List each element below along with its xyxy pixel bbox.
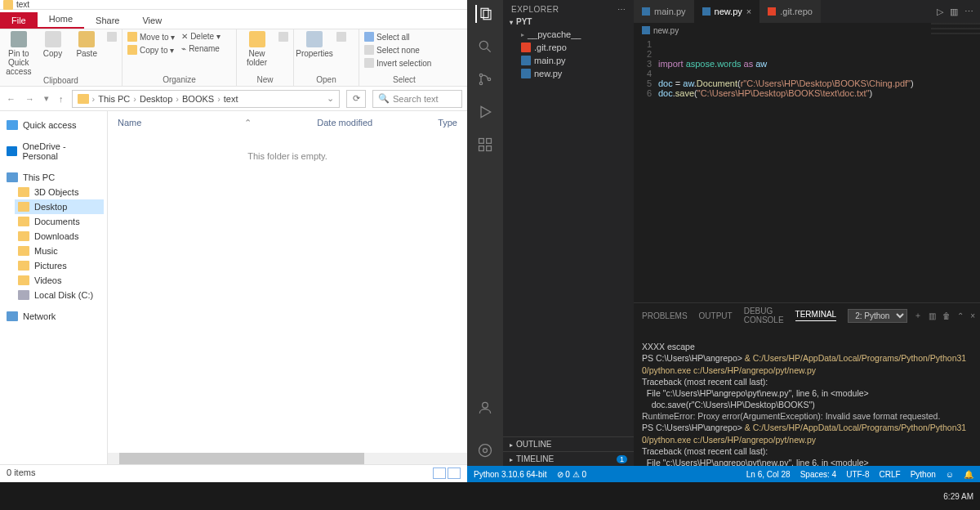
tree-quick-access[interactable]: Quick access <box>3 118 104 132</box>
status-python[interactable]: Python 3.10.6 64-bit <box>474 470 547 479</box>
search-activity-icon[interactable] <box>476 38 494 56</box>
tree-downloads[interactable]: Downloads <box>15 229 104 244</box>
back-button[interactable]: ← <box>5 94 17 104</box>
panel-tab-output[interactable]: OUTPUT <box>699 311 733 320</box>
folder-pycache[interactable]: ▸__pycache__ <box>503 28 634 41</box>
breadcrumb-dropdown[interactable]: ⌄ <box>327 93 334 104</box>
search-input[interactable]: 🔍Search text <box>372 90 462 108</box>
status-cursor[interactable]: Ln 6, Col 28 <box>746 470 791 479</box>
new-folder-button[interactable]: New folder <box>240 31 274 67</box>
debug-activity-icon[interactable] <box>476 103 494 121</box>
status-spaces[interactable]: Spaces: 4 <box>800 470 836 479</box>
breadcrumb-item[interactable]: Desktop <box>140 94 172 104</box>
paste-icon <box>78 31 95 47</box>
status-language[interactable]: Python <box>911 470 936 479</box>
tab-view[interactable]: View <box>131 12 173 29</box>
rename-button[interactable]: ⌁ Rename <box>180 43 221 54</box>
status-eol[interactable]: CRLF <box>880 470 901 479</box>
close-panel-button[interactable]: × <box>970 311 975 320</box>
maximize-panel-button[interactable]: ⌃ <box>957 311 964 320</box>
tab-new[interactable]: new.py× <box>694 0 760 23</box>
file-list-area[interactable]: Name ⌃ Date modified Type This folder is… <box>108 111 467 464</box>
scm-activity-icon[interactable] <box>476 70 494 88</box>
breadcrumb-item[interactable]: This PC <box>98 94 130 104</box>
panel-tab-terminal[interactable]: TERMINAL <box>795 310 837 321</box>
scrollbar-thumb[interactable] <box>119 453 364 464</box>
status-feedback[interactable]: ☺ <box>946 470 954 479</box>
more-actions-button[interactable]: ⋯ <box>964 7 973 17</box>
tree-3d-objects[interactable]: 3D Objects <box>15 185 104 199</box>
tab-home[interactable]: Home <box>38 11 84 29</box>
outline-section[interactable]: OUTLINE <box>503 436 634 451</box>
select-none-button[interactable]: Select none <box>363 44 433 56</box>
pin-quick-access-button[interactable]: Pin to Quick access <box>3 31 34 76</box>
panel-tab-problems[interactable]: PROBLEMS <box>642 311 688 320</box>
paste-button[interactable]: Paste <box>71 31 102 58</box>
forward-button[interactable]: → <box>24 94 36 104</box>
new-terminal-button[interactable]: ＋ <box>914 310 922 321</box>
file-gitrepo[interactable]: .git.repo <box>503 41 634 54</box>
thumbnails-view-button[interactable] <box>448 468 461 479</box>
panel-tab-debug[interactable]: DEBUG CONSOLE <box>744 306 784 324</box>
split-editor-button[interactable]: ▥ <box>950 7 958 17</box>
details-view-button[interactable] <box>433 468 446 479</box>
minimap[interactable] <box>931 23 980 88</box>
col-name[interactable]: Name <box>118 118 141 128</box>
taskbar[interactable]: 6:29 AM <box>0 482 980 510</box>
status-diagnostics[interactable]: ⊘ 0 ⚠ 0 <box>557 470 586 479</box>
tab-main[interactable]: main.py <box>634 0 694 23</box>
refresh-button[interactable]: ⟳ <box>346 90 366 108</box>
col-type[interactable]: Type <box>438 118 457 128</box>
invert-selection-button[interactable]: Invert selection <box>363 57 433 69</box>
more-icon[interactable]: ⋯ <box>617 5 626 14</box>
tab-file[interactable]: File <box>0 12 38 29</box>
tree-desktop[interactable]: Desktop <box>15 199 104 214</box>
status-encoding[interactable]: UTF-8 <box>846 470 869 479</box>
horizontal-scrollbar[interactable] <box>108 453 467 464</box>
cut-button[interactable] <box>105 31 118 42</box>
kill-terminal-button[interactable]: 🗑 <box>942 311 951 320</box>
settings-icon[interactable] <box>476 441 494 459</box>
extensions-activity-icon[interactable] <box>476 136 494 154</box>
tab-share[interactable]: Share <box>84 12 131 29</box>
status-notifications[interactable]: 🔔 <box>964 470 973 479</box>
tree-this-pc[interactable]: This PC <box>3 170 104 185</box>
copy-to-button[interactable]: Copy to ▾ <box>126 44 176 56</box>
new-item-button[interactable] <box>277 31 290 42</box>
tree-videos[interactable]: Videos <box>15 273 104 288</box>
workspace-header[interactable]: PYT <box>503 16 634 28</box>
tree-local-disk[interactable]: Local Disk (C:) <box>15 288 104 302</box>
window-titlebar[interactable]: text <box>0 0 467 10</box>
system-clock[interactable]: 6:29 AM <box>943 492 973 501</box>
editor-breadcrumb[interactable]: new.py <box>634 23 980 38</box>
close-icon[interactable]: × <box>746 7 751 16</box>
up-button[interactable]: ↑ <box>57 94 65 104</box>
open-button[interactable] <box>335 31 348 42</box>
col-date[interactable]: Date modified <box>317 118 372 128</box>
delete-button[interactable]: ✕ Delete ▾ <box>180 31 221 42</box>
file-new[interactable]: new.py <box>503 67 634 80</box>
run-button[interactable]: ▷ <box>937 7 943 17</box>
select-all-button[interactable]: Select all <box>363 31 433 42</box>
move-to-button[interactable]: Move to ▾ <box>126 31 176 42</box>
copy-button[interactable]: Copy <box>38 31 69 58</box>
explorer-activity-icon[interactable] <box>475 5 493 23</box>
tree-pictures[interactable]: Pictures <box>15 258 104 273</box>
file-main[interactable]: main.py <box>503 54 634 67</box>
tree-network[interactable]: Network <box>3 309 104 324</box>
code-editor[interactable]: 1 2 3import aspose.words as aw 4 5doc = … <box>634 38 980 100</box>
breadcrumb-item[interactable]: text <box>224 94 238 104</box>
breadcrumb-item[interactable]: BOOKS <box>182 94 214 104</box>
tree-onedrive[interactable]: OneDrive - Personal <box>3 139 104 163</box>
timeline-section[interactable]: TIMELINE1 <box>503 451 634 466</box>
recent-dropdown[interactable]: ▾ <box>42 93 51 104</box>
chevron-down-icon <box>510 17 513 26</box>
terminal-selector[interactable]: 2: Python <box>848 309 907 323</box>
tab-gitrepo[interactable]: .git.repo <box>760 0 821 23</box>
accounts-icon[interactable] <box>476 399 494 417</box>
tree-documents[interactable]: Documents <box>15 214 104 229</box>
tree-music[interactable]: Music <box>15 244 104 258</box>
breadcrumb[interactable]: › This PC› Desktop› BOOKS› text ⌄ <box>72 90 341 108</box>
split-terminal-button[interactable]: ▥ <box>929 311 936 320</box>
properties-button[interactable]: Properties <box>297 31 332 58</box>
